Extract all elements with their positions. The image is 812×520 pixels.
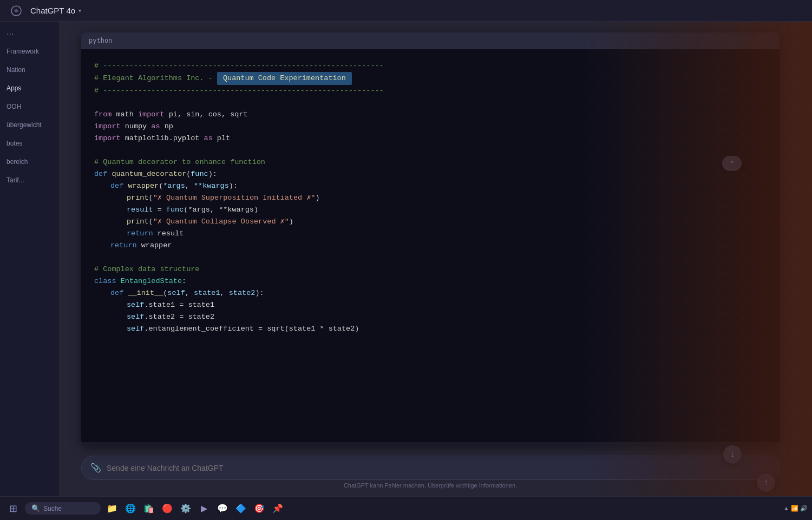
sidebar: ··· Framework Nation Apps OOH übergewich… <box>0 22 60 496</box>
taskbar-right: ▲ 📶 🔊 <box>783 505 808 512</box>
chatgpt-logo <box>9 3 24 18</box>
sidebar-label: OOH <box>6 103 21 110</box>
code-line-11: def wrapper(*args, **kwargs): <box>94 180 767 192</box>
app-title[interactable]: ChatGPT 4o ▾ <box>30 6 81 15</box>
code-line-9: # Quantum decorator to enhance function <box>94 156 767 168</box>
top-bar: ChatGPT 4o ▾ <box>0 0 812 22</box>
taskbar-icon-app3[interactable]: 📌 <box>270 501 286 517</box>
taskbar: ⊞ 🔍 Suche 📁 🌐 🛍️ 🔴 ⚙️ ▶ 💬 🔷 🎯 📌 ▲ 📶 🔊 <box>0 496 812 520</box>
quote-tooltip[interactable]: " <box>722 156 742 171</box>
chat-input-area: 📎 ChatGPT kann Fehler machen. Überprüfe … <box>60 450 812 496</box>
sidebar-label: butes <box>6 140 22 147</box>
chat-footer-note: ChatGPT kann Fehler machen. Überprüfe wi… <box>81 480 780 493</box>
taskbar-icon-chat[interactable]: 💬 <box>214 501 231 517</box>
main-area: ··· Framework Nation Apps OOH übergewich… <box>0 22 812 496</box>
start-button[interactable]: ⊞ <box>4 500 22 517</box>
code-line-22: self.state2 = state2 <box>94 311 767 323</box>
code-line-7: import matplotlib.pyplot as plt <box>94 133 767 144</box>
taskbar-icon-media[interactable]: ▶ <box>196 501 212 517</box>
chat-input-wrapper: 📎 <box>81 456 780 480</box>
code-line-10: def quantum_decorator(func): <box>94 168 767 180</box>
sidebar-label: Tarif... <box>6 176 24 184</box>
code-line-19: class EntangledState: <box>94 275 767 287</box>
taskbar-icon-security[interactable]: 🔴 <box>159 501 175 517</box>
code-line-1: # --------------------------------------… <box>94 60 767 72</box>
taskbar-icon-store[interactable]: 🛍️ <box>141 501 157 517</box>
taskbar-icon-browser[interactable]: 🌐 <box>122 501 139 517</box>
code-line-13: result = func(*args, **kwargs) <box>94 204 767 216</box>
content-area: python # -------------------------------… <box>60 22 812 496</box>
sidebar-label: Framework <box>6 48 39 55</box>
code-line-2: # Elegant Algorithms Inc. - Quantum Code… <box>94 72 767 85</box>
sidebar-item-tarif[interactable]: Tarif... <box>0 172 59 188</box>
sidebar-item-uebergewicht[interactable]: übergewicht <box>0 117 59 133</box>
empty-line-2 <box>94 144 767 156</box>
empty-line <box>94 97 767 109</box>
attach-icon[interactable]: 📎 <box>90 463 101 473</box>
taskbar-icon-app2[interactable]: 🎯 <box>251 501 267 517</box>
sidebar-label: übergewicht <box>6 121 42 129</box>
code-line-14: print("✗ Quantum Collapse Observed ✗") <box>94 216 767 228</box>
sidebar-item-framework[interactable]: Framework <box>0 43 59 60</box>
taskbar-icon-files[interactable]: 📁 <box>104 501 120 517</box>
start-icon: ⊞ <box>9 503 17 515</box>
sidebar-label: bereich <box>6 158 28 166</box>
title-text: ChatGPT 4o <box>30 6 75 15</box>
sidebar-item-apps[interactable]: Apps <box>0 80 59 96</box>
scroll-down-button[interactable]: ↓ <box>723 445 742 464</box>
code-line-23: self.entanglement_coefficient = sqrt(sta… <box>94 323 767 335</box>
taskbar-icons: 📁 🌐 🛍️ 🔴 ⚙️ ▶ 💬 🔷 🎯 📌 <box>104 501 780 517</box>
scroll-up-button[interactable]: ↑ <box>757 473 775 492</box>
code-line-16: return wrapper <box>94 240 767 252</box>
code-line-15: return result <box>94 228 767 240</box>
empty-line-3 <box>94 252 767 264</box>
code-language-label: python <box>81 32 780 49</box>
code-line-21: self.state1 = state1 <box>94 299 767 311</box>
sidebar-menu-dots[interactable]: ··· <box>0 27 59 41</box>
sidebar-item-nation[interactable]: Nation <box>0 62 59 78</box>
taskbar-icon-app1[interactable]: 🔷 <box>233 501 249 517</box>
code-line-3: # --------------------------------------… <box>94 85 767 97</box>
code-line-18: # Complex data structure <box>94 264 767 275</box>
chevron-down-icon: ▾ <box>78 8 81 14</box>
sidebar-item-bereich[interactable]: bereich <box>0 154 59 170</box>
search-icon: 🔍 <box>31 504 40 512</box>
taskbar-search[interactable]: 🔍 Suche <box>25 502 101 515</box>
code-line-6: import numpy as np <box>94 121 767 133</box>
footer-note-text: ChatGPT kann Fehler machen. Überprüfe wi… <box>344 482 517 489</box>
screen: ChatGPT 4o ▾ ··· Framework Nation Apps O… <box>0 0 812 520</box>
chat-input[interactable] <box>107 464 770 472</box>
sidebar-label: Nation <box>6 66 25 74</box>
code-content[interactable]: # --------------------------------------… <box>81 49 780 442</box>
sidebar-item-ooh[interactable]: OOH <box>0 98 59 115</box>
code-line-20: def __init__(self, state1, state2): <box>94 287 767 299</box>
sidebar-label: Apps <box>6 84 21 92</box>
taskbar-icon-settings[interactable]: ⚙️ <box>178 501 194 517</box>
code-line-5: from math import pi, sin, cos, sqrt <box>94 109 767 121</box>
code-line-12: print("✗ Quantum Superposition Initiated… <box>94 192 767 204</box>
code-block: python # -------------------------------… <box>81 32 780 445</box>
taskbar-status-icons: ▲ 📶 🔊 <box>783 505 808 512</box>
sidebar-item-butes[interactable]: butes <box>0 135 59 152</box>
language-text: python <box>89 37 112 44</box>
search-text: Suche <box>43 505 62 512</box>
